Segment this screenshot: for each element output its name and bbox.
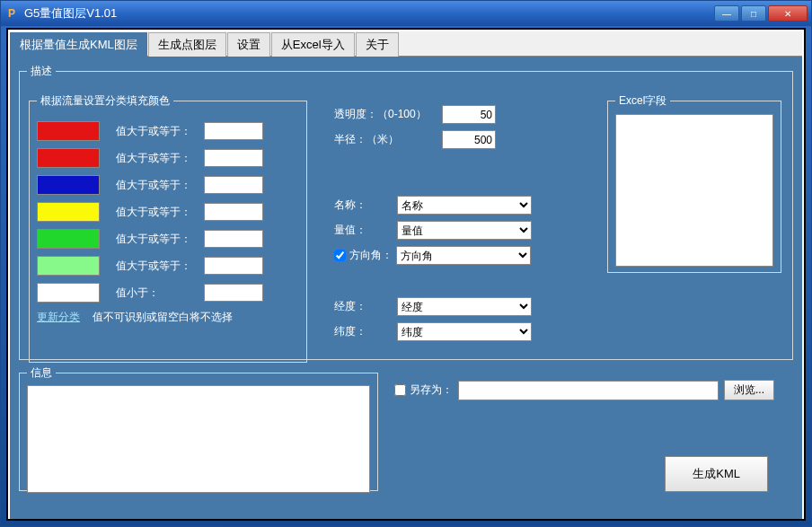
radius-label: 半径：（米） bbox=[334, 132, 442, 147]
direction-checkbox[interactable] bbox=[334, 250, 346, 261]
color-row-2: 值大于或等于： bbox=[37, 175, 299, 195]
description-legend: 描述 bbox=[27, 64, 56, 79]
save-as-label: 另存为： bbox=[410, 382, 453, 398]
color-threshold-input-0[interactable] bbox=[204, 122, 263, 140]
tab-about[interactable]: 关于 bbox=[356, 32, 399, 57]
color-threshold-input-2[interactable] bbox=[204, 176, 263, 194]
color-label-3: 值大于或等于： bbox=[116, 205, 204, 220]
color-row-1: 值大于或等于： bbox=[37, 148, 299, 168]
window-buttons: — □ ✕ bbox=[714, 5, 808, 22]
colors-fieldset: 根据流量设置分类填充颜色 值大于或等于：值大于或等于：值大于或等于：值大于或等于… bbox=[29, 93, 307, 363]
tab-point-layer[interactable]: 生成点图层 bbox=[148, 32, 226, 57]
save-as-checkbox[interactable] bbox=[394, 384, 406, 396]
tab-bar: 根据量值生成KML图层 生成点图层 设置 从Excel导入 关于 bbox=[10, 31, 802, 57]
app-window: P G5量值图层V1.01 — □ ✕ 根据量值生成KML图层 生成点图层 设置… bbox=[0, 0, 812, 527]
save-row: 另存为： 浏览... bbox=[394, 380, 774, 400]
tab-import-excel[interactable]: 从Excel导入 bbox=[271, 32, 355, 57]
value-label: 量值： bbox=[334, 223, 397, 238]
info-fieldset: 信息 bbox=[19, 365, 378, 491]
lat-label: 纬度： bbox=[334, 324, 397, 339]
opacity-input[interactable] bbox=[442, 105, 496, 124]
window-title: G5量值图层V1.01 bbox=[24, 5, 714, 22]
tab-settings[interactable]: 设置 bbox=[227, 32, 270, 57]
titlebar: P G5量值图层V1.01 — □ ✕ bbox=[1, 1, 811, 26]
close-button[interactable]: ✕ bbox=[768, 5, 808, 22]
color-threshold-input-6[interactable] bbox=[204, 284, 263, 302]
tab-kml-by-value[interactable]: 根据量值生成KML图层 bbox=[10, 32, 147, 57]
info-legend: 信息 bbox=[27, 365, 56, 381]
color-label-4: 值大于或等于： bbox=[116, 232, 204, 247]
color-threshold-input-4[interactable] bbox=[204, 230, 263, 248]
excel-fields-listbox[interactable] bbox=[615, 114, 773, 267]
update-classify-link[interactable]: 更新分类 bbox=[37, 310, 80, 325]
color-row-4: 值大于或等于： bbox=[37, 229, 299, 249]
minimize-button[interactable]: — bbox=[714, 5, 739, 22]
color-swatch-2[interactable] bbox=[37, 175, 100, 195]
color-swatch-5[interactable] bbox=[37, 256, 100, 276]
color-swatch-0[interactable] bbox=[37, 121, 100, 141]
save-path-input[interactable] bbox=[458, 381, 719, 400]
color-row-3: 值大于或等于： bbox=[37, 202, 299, 222]
color-threshold-input-5[interactable] bbox=[204, 257, 263, 275]
opacity-label: 透明度：（0-100） bbox=[334, 107, 442, 122]
color-row-5: 值大于或等于： bbox=[37, 256, 299, 276]
client-area: 根据量值生成KML图层 生成点图层 设置 从Excel导入 关于 描述 根据流量… bbox=[6, 28, 806, 521]
inner-frame: 根据量值生成KML图层 生成点图层 设置 从Excel导入 关于 描述 根据流量… bbox=[8, 30, 804, 519]
generate-kml-button[interactable]: 生成KML bbox=[665, 456, 768, 492]
color-note: 值不可识别或留空白将不选择 bbox=[93, 310, 233, 325]
color-threshold-input-3[interactable] bbox=[204, 203, 263, 221]
params-area: 透明度：（0-100） 半径：（米） 名称： 名称 bbox=[334, 99, 604, 347]
description-fieldset: 描述 根据流量设置分类填充颜色 值大于或等于：值大于或等于：值大于或等于：值大于… bbox=[19, 64, 793, 360]
radius-input[interactable] bbox=[442, 130, 496, 149]
color-threshold-input-1[interactable] bbox=[204, 149, 263, 167]
color-label-2: 值大于或等于： bbox=[116, 178, 204, 193]
color-row-0: 值大于或等于： bbox=[37, 121, 299, 141]
color-swatch-4[interactable] bbox=[37, 229, 100, 249]
color-label-1: 值大于或等于： bbox=[116, 151, 204, 166]
lon-label: 经度： bbox=[334, 299, 397, 314]
lat-select[interactable]: 纬度 bbox=[397, 322, 532, 341]
color-label-6: 值小于： bbox=[116, 285, 204, 301]
color-label-5: 值大于或等于： bbox=[116, 259, 204, 274]
lon-select[interactable]: 经度 bbox=[397, 297, 532, 316]
browse-button[interactable]: 浏览... bbox=[724, 380, 774, 400]
excel-fieldset: Excel字段 bbox=[607, 93, 781, 273]
maximize-button[interactable]: □ bbox=[741, 5, 766, 22]
excel-legend: Excel字段 bbox=[615, 93, 670, 109]
value-select[interactable]: 量值 bbox=[397, 221, 532, 240]
info-textarea[interactable] bbox=[27, 385, 370, 493]
name-select[interactable]: 名称 bbox=[397, 196, 532, 215]
color-footer: 更新分类 值不可识别或留空白将不选择 bbox=[37, 310, 299, 325]
name-label: 名称： bbox=[334, 198, 397, 213]
color-label-0: 值大于或等于： bbox=[116, 124, 204, 139]
direction-select[interactable]: 方向角 bbox=[396, 246, 531, 265]
colors-legend: 根据流量设置分类填充颜色 bbox=[37, 93, 173, 109]
color-swatch-3[interactable] bbox=[37, 202, 100, 222]
tab-body: 描述 根据流量设置分类填充颜色 值大于或等于：值大于或等于：值大于或等于：值大于… bbox=[10, 57, 802, 519]
color-swatch-6[interactable] bbox=[37, 283, 100, 303]
direction-label: 方向角： bbox=[349, 248, 396, 263]
color-swatch-1[interactable] bbox=[37, 148, 100, 168]
color-row-6: 值小于： bbox=[37, 283, 299, 303]
app-icon: P bbox=[4, 6, 19, 21]
